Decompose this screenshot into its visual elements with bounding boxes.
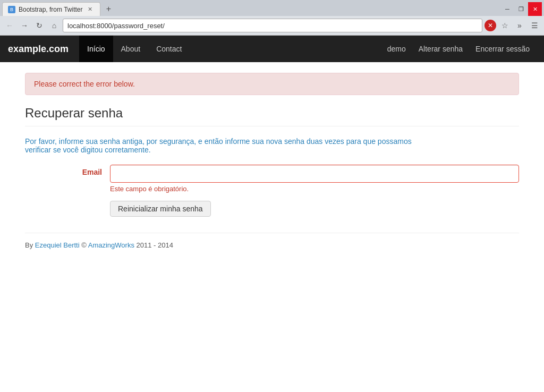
- submit-button[interactable]: Reinicializar minha senha: [110, 201, 211, 217]
- tab-favicon: B: [8, 6, 15, 13]
- nav-link-about[interactable]: About: [113, 36, 149, 62]
- forward-button[interactable]: →: [18, 19, 31, 32]
- nav-right: demo Alterar senha Encerrar sessão: [381, 36, 536, 62]
- main-content: Please correct the error below. Recupera…: [17, 62, 527, 276]
- browser-tab: B Bootstrap, from Twitter ✕: [2, 2, 100, 16]
- nav-link-encerrar-sessao[interactable]: Encerrar sessão: [469, 36, 536, 62]
- back-button[interactable]: ←: [3, 19, 16, 32]
- minimize-button[interactable]: ─: [500, 2, 514, 16]
- footer-company-link[interactable]: AmazingWorks: [88, 241, 134, 249]
- clear-button[interactable]: ✕: [484, 20, 496, 31]
- email-input[interactable]: [110, 165, 519, 183]
- new-tab-button[interactable]: +: [103, 3, 115, 15]
- page-header: Recuperar senha: [25, 106, 519, 126]
- email-error: Este campo é obrigatório.: [110, 185, 519, 193]
- nav-link-inicio[interactable]: Início: [79, 36, 113, 62]
- url-input[interactable]: [63, 19, 482, 32]
- bookmark-button[interactable]: ☆: [498, 19, 511, 32]
- home-button[interactable]: ⌂: [48, 19, 61, 32]
- footer-prefix: By: [25, 241, 35, 249]
- tab-bar: B Bootstrap, from Twitter ✕ + ─ ❐ ✕: [0, 0, 544, 16]
- footer-copyright: ©: [80, 241, 88, 249]
- email-form-group: Email Este campo é obrigatório.: [25, 165, 519, 193]
- nav-link-demo[interactable]: demo: [381, 36, 412, 62]
- password-reset-form: Email Este campo é obrigatório. Reinicia…: [25, 165, 519, 217]
- extensions-button[interactable]: »: [513, 19, 526, 32]
- nav-item-inicio: Início: [79, 36, 113, 62]
- nav-item-about: About: [113, 36, 149, 62]
- nav-link-alterar-senha[interactable]: Alterar senha: [412, 36, 469, 62]
- reload-button[interactable]: ↻: [33, 19, 46, 32]
- footer-years: 2011 - 2014: [134, 241, 173, 249]
- submit-wrapper: Reinicializar minha senha: [25, 201, 519, 217]
- page-title: Recuperar senha: [25, 106, 519, 121]
- tab-title: Bootstrap, from Twitter: [19, 6, 83, 13]
- nav-items: Início About Contact: [79, 36, 190, 62]
- nav-item-contact: Contact: [148, 36, 190, 62]
- alert-message: Please correct the error below.: [34, 80, 135, 88]
- restore-button[interactable]: ❐: [514, 2, 528, 16]
- email-field-wrapper: Este campo é obrigatório.: [110, 165, 519, 193]
- menu-button[interactable]: ☰: [528, 19, 541, 32]
- navbar-brand[interactable]: example.com: [8, 44, 69, 55]
- address-bar: ← → ↻ ⌂ ✕ ☆ » ☰: [0, 16, 544, 35]
- form-description: Por favor, informe sua senha antiga, por…: [25, 137, 429, 154]
- browser-chrome: B Bootstrap, from Twitter ✕ + ─ ❐ ✕ ← → …: [0, 0, 544, 36]
- navbar: example.com Início About Contact demo Al…: [0, 36, 544, 62]
- alert-error: Please correct the error below.: [25, 73, 519, 95]
- email-label: Email: [25, 165, 110, 176]
- tab-close-button[interactable]: ✕: [86, 5, 95, 14]
- close-button[interactable]: ✕: [528, 2, 542, 16]
- footer-author-link[interactable]: Ezequiel Bertti: [35, 241, 80, 249]
- page-footer: By Ezequiel Bertti © AmazingWorks 2011 -…: [25, 233, 519, 265]
- nav-link-contact[interactable]: Contact: [148, 36, 190, 62]
- window-controls: ─ ❐ ✕: [500, 2, 542, 16]
